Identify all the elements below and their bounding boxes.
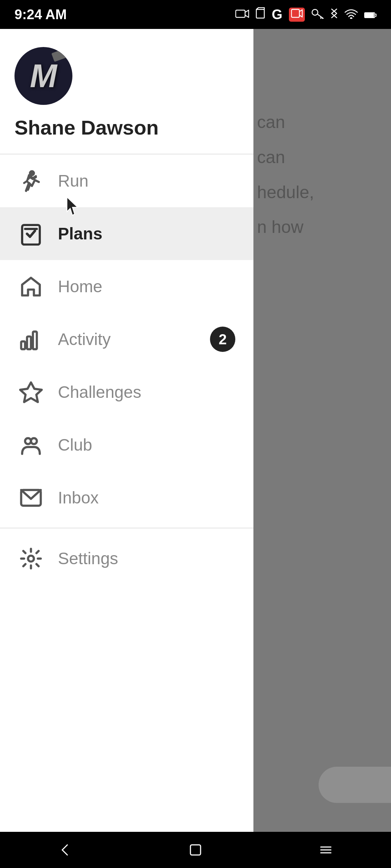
sidebar-item-settings-label: Settings (58, 549, 118, 568)
sidebar-item-settings[interactable]: Settings (0, 532, 253, 585)
right-text-line-1: can (257, 109, 391, 136)
svg-point-14 (30, 171, 34, 175)
sidebar-item-activity-label: Activity (58, 329, 111, 349)
sidebar-item-home[interactable]: Home (0, 260, 253, 313)
avatar-letter: M (30, 58, 57, 95)
right-text-line-3: hedule, (257, 179, 391, 207)
back-button[interactable] (43, 835, 87, 864)
svg-rect-2 (291, 9, 299, 17)
svg-rect-9 (365, 13, 374, 17)
bottom-bar (0, 832, 391, 868)
status-bar: 9:24 AM G (0, 0, 391, 29)
svg-rect-25 (190, 845, 201, 855)
svg-point-24 (28, 556, 34, 561)
svg-rect-19 (33, 331, 37, 349)
inbox-icon (18, 485, 43, 510)
status-icons: G (235, 7, 377, 22)
sidebar-item-plans-label: Plans (58, 224, 102, 243)
svg-rect-0 (236, 10, 245, 17)
status-time: 9:24 AM (14, 7, 67, 22)
svg-point-3 (312, 9, 318, 15)
home-icon (18, 274, 43, 299)
run-icon (18, 168, 43, 193)
sidebar-item-run[interactable]: Run (0, 154, 253, 207)
main-layout: M Shane Dawson (0, 29, 391, 832)
right-text-line-2: can (257, 144, 391, 171)
sidebar-item-club[interactable]: Club (0, 418, 253, 471)
activity-icon (18, 327, 43, 352)
nav-list: Run Plans (0, 154, 253, 832)
right-text-line-4: n how (257, 213, 391, 241)
battery-icon (364, 8, 377, 22)
sidebar: M Shane Dawson (0, 29, 253, 832)
google-icon: G (272, 7, 282, 22)
sidebar-item-run-label: Run (58, 171, 88, 191)
right-text-block: can can hedule, n how (257, 109, 391, 248)
key-icon (311, 8, 324, 22)
user-name: Shane Dawson (14, 116, 239, 139)
sidebar-item-club-label: Club (58, 435, 92, 455)
avatar: M (14, 47, 72, 105)
challenges-icon (18, 379, 43, 405)
svg-point-7 (350, 18, 352, 19)
sidebar-item-inbox[interactable]: Inbox (0, 471, 253, 524)
club-icon (18, 432, 43, 458)
record-icon (289, 8, 305, 22)
sidebar-item-plans[interactable]: Plans (0, 207, 253, 260)
sidebar-item-inbox-label: Inbox (58, 488, 99, 507)
sim-icon (256, 7, 265, 22)
svg-rect-17 (21, 341, 25, 349)
sidebar-item-challenges[interactable]: Challenges (0, 366, 253, 418)
svg-marker-20 (20, 382, 42, 402)
bluetooth-icon (330, 7, 338, 22)
video-icon (235, 8, 249, 22)
svg-rect-18 (27, 336, 31, 349)
nav-separator (0, 528, 253, 528)
plans-icon (18, 221, 43, 246)
activity-badge: 2 (210, 327, 235, 352)
menu-button[interactable] (304, 835, 348, 864)
sidebar-item-home-label: Home (58, 277, 102, 296)
wifi-icon (345, 8, 358, 22)
svg-rect-1 (256, 9, 264, 18)
settings-icon (18, 546, 43, 571)
svg-point-22 (31, 438, 37, 444)
right-button-area (319, 767, 391, 803)
sidebar-item-activity[interactable]: Activity 2 (0, 313, 253, 366)
profile-section: M Shane Dawson (0, 29, 253, 154)
home-button[interactable] (174, 835, 217, 864)
right-panel: can can hedule, n how (253, 29, 391, 832)
sidebar-item-challenges-label: Challenges (58, 382, 141, 402)
avatar-decoration (51, 48, 68, 62)
